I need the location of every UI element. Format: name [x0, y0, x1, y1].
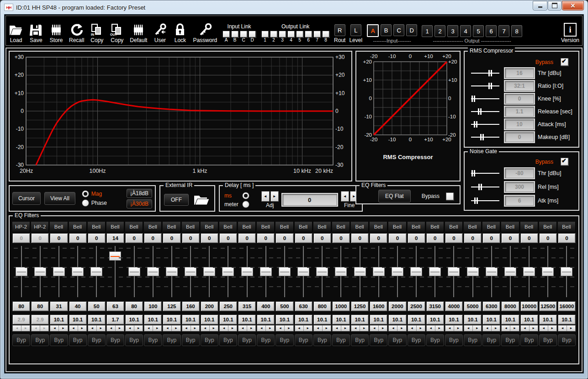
eq-q-spin-down[interactable]: ◄ [427, 326, 435, 331]
eq-q-spin-down[interactable]: ◄ [314, 326, 323, 331]
eq-q-spin-down[interactable]: ◄ [408, 326, 417, 331]
eq-gain-value[interactable]: 0 [558, 233, 576, 243]
eq-gain-value[interactable]: 14 [106, 233, 124, 243]
eq-bypass-button[interactable]: Byp [201, 334, 218, 346]
delay-adj-down-button[interactable]: ◄ [261, 191, 270, 202]
eq-bypass-button[interactable]: Byp [501, 334, 519, 346]
eq-gain-value[interactable]: 0 [144, 233, 162, 243]
eq-q-spinner[interactable]: ◄► [445, 325, 463, 331]
output-channel-button-5[interactable]: 5 [473, 25, 484, 37]
gate-slider-handle[interactable] [471, 170, 476, 176]
eq-gain-value[interactable]: 0 [163, 233, 180, 243]
eq-frequency-value[interactable]: 1600 [370, 301, 387, 311]
eq-q-spin-up[interactable]: ► [492, 326, 500, 331]
eq-slider-handle[interactable] [392, 267, 403, 276]
eq-q-spin-up[interactable]: ► [266, 326, 274, 331]
eq-q-spin-up[interactable]: ► [78, 326, 86, 331]
minimize-button[interactable] [533, 1, 547, 11]
eq-slider-handle[interactable] [109, 251, 121, 261]
toolbar-button-recall[interactable]: Recall [69, 23, 84, 43]
eq-slider-handle[interactable] [486, 267, 498, 276]
input-channel-button-A[interactable]: A [367, 24, 379, 37]
eq-q-spin-up[interactable]: ► [510, 326, 519, 331]
eq-q-spinner[interactable]: ◄► [182, 325, 200, 331]
eq-slider-handle[interactable] [147, 267, 159, 276]
eq-q-value[interactable]: 10.1 [370, 315, 387, 325]
eq-frequency-value[interactable]: 4000 [445, 301, 463, 311]
eq-slider-handle[interactable] [297, 267, 309, 276]
eq-slider-handle[interactable] [90, 267, 102, 276]
eq-slider-handle[interactable] [335, 267, 347, 276]
eq-gain-slider[interactable] [539, 245, 557, 298]
eq-slider-handle[interactable] [128, 267, 140, 276]
output-link-checkbox-1[interactable] [261, 31, 269, 37]
eq-q-spinner[interactable]: ◄► [388, 325, 406, 331]
eq-q-value[interactable]: 10.1 [125, 315, 143, 325]
eq-frequency-value[interactable]: 500 [275, 301, 293, 311]
eq-slider-handle[interactable] [16, 267, 27, 276]
level-button[interactable]: L [350, 24, 361, 36]
eq-bypass-button[interactable]: Byp [106, 334, 124, 346]
output-link-checkbox-2[interactable] [270, 31, 277, 37]
eq-frequency-value[interactable]: 400 [257, 301, 275, 311]
eq-gain-slider[interactable] [332, 245, 350, 298]
eq-q-value[interactable]: 10.1 [257, 315, 275, 325]
output-link-checkbox-3[interactable] [279, 31, 286, 37]
eq-q-spinner[interactable]: ◄► [539, 325, 557, 331]
delay-adj-up-button[interactable]: ► [270, 191, 279, 202]
eq-bypass-button[interactable]: Byp [482, 334, 500, 346]
eq-slider-handle[interactable] [185, 267, 196, 276]
output-channel-button-4[interactable]: 4 [460, 25, 471, 37]
compressor-slider[interactable] [471, 108, 499, 115]
eq-frequency-value[interactable]: 1250 [351, 301, 369, 311]
eq-frequency-value[interactable]: 160 [182, 301, 200, 311]
phase-radio[interactable]: Phase [82, 199, 107, 207]
eq-frequency-value[interactable]: 31 [50, 301, 68, 311]
eq-slider-handle[interactable] [34, 267, 46, 276]
eq-gain-value[interactable]: 0 [370, 233, 387, 243]
toolbar-button-copy[interactable]: INCopy [90, 23, 104, 43]
eq-q-value[interactable]: 10.1 [388, 315, 406, 325]
eq-frequency-value[interactable]: 250 [219, 301, 237, 311]
input-channel-button-C[interactable]: C [393, 24, 404, 36]
eq-q-spin-down[interactable]: ◄ [201, 326, 210, 331]
eq-q-spinner[interactable]: ◄► [275, 325, 293, 331]
eq-q-spinner[interactable]: ◄► [144, 325, 162, 331]
eq-q-spin-up[interactable]: ► [97, 326, 105, 331]
eq-q-spinner[interactable]: ◄► [50, 325, 68, 331]
eq-gain-value[interactable]: 0 [257, 233, 275, 243]
eq-slider-handle[interactable] [203, 267, 215, 276]
eq-q-spin-down[interactable]: ◄ [351, 326, 360, 331]
eq-gain-value[interactable]: 0 [275, 233, 293, 243]
eq-gain-value[interactable]: 0 [238, 233, 256, 243]
eq-gain-slider[interactable] [106, 245, 124, 298]
eq-q-spinner[interactable]: ◄► [238, 325, 256, 331]
eq-bypass-button[interactable]: Byp [408, 334, 425, 346]
eq-gain-slider[interactable] [464, 245, 482, 298]
eq-bypass-button[interactable]: Byp [370, 334, 387, 346]
eq-bypass-button[interactable]: Byp [88, 334, 106, 346]
eq-q-spin-down[interactable]: ◄ [521, 326, 530, 331]
compressor-slider-handle[interactable] [478, 108, 482, 115]
eq-q-value[interactable]: 10.1 [275, 315, 293, 325]
compressor-slider-handle[interactable] [488, 70, 493, 76]
eq-q-spinner[interactable]: ◄► [88, 325, 106, 331]
eq-q-value[interactable]: 1.7 [106, 315, 124, 325]
eq-slider-handle[interactable] [72, 267, 84, 276]
eq-bypass-button[interactable]: Byp [50, 334, 68, 346]
eq-gain-slider[interactable] [558, 245, 576, 298]
eq-gain-slider[interactable] [238, 245, 256, 298]
ir-off-button[interactable]: OFF [164, 194, 189, 206]
eq-gain-slider[interactable] [482, 245, 500, 298]
delay-ms-radio[interactable] [242, 192, 249, 199]
version-button[interactable]: i Version [561, 23, 579, 43]
eq-frequency-value[interactable]: 2500 [408, 301, 425, 311]
output-link-checkbox-4[interactable] [287, 31, 295, 37]
eq-gain-value[interactable]: 0 [50, 233, 68, 243]
input-link-checkbox-B[interactable] [231, 31, 238, 37]
eq-q-value[interactable]: 2.9 [31, 315, 49, 325]
eq-gain-slider[interactable] [69, 245, 87, 298]
eq-slider-handle[interactable] [279, 267, 291, 276]
eq-gain-slider[interactable] [351, 245, 369, 298]
eq-q-spinner[interactable]: ◄► [69, 325, 87, 331]
